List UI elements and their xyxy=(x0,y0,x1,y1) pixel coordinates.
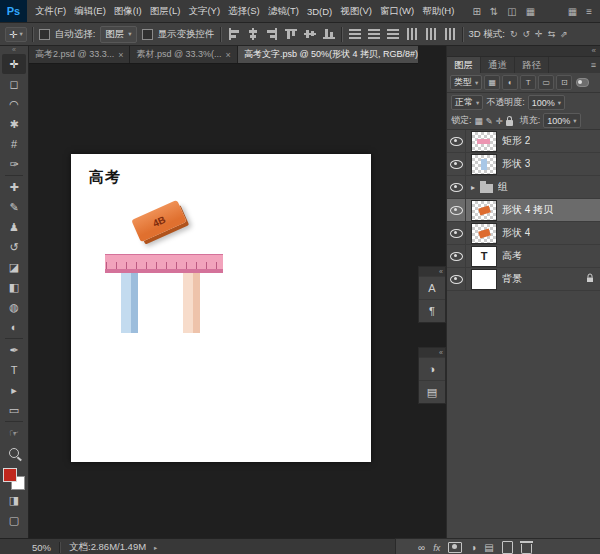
auto-select-checkbox[interactable] xyxy=(39,29,50,40)
grid-view-icon[interactable]: ▦ xyxy=(526,6,535,17)
arrange-documents-icon[interactable]: ⇅ xyxy=(490,6,498,17)
panel-menu-icon[interactable]: ≡ xyxy=(587,57,600,73)
layer-thumbnail[interactable] xyxy=(471,200,497,221)
character-panel-icon[interactable]: A xyxy=(419,276,445,299)
new-group-icon[interactable]: ▤ xyxy=(484,542,493,553)
blur-tool[interactable]: ◍ xyxy=(2,297,26,317)
visibility-toggle[interactable] xyxy=(447,199,466,221)
filter-adjustment-layers-icon[interactable]: ◐ xyxy=(502,75,518,90)
view-extras-icon[interactable]: ⊞ xyxy=(472,6,480,17)
distribute-horizontal-icon[interactable] xyxy=(405,27,419,41)
align-horizontal-centers-icon[interactable] xyxy=(246,27,260,41)
styles-panel-icon[interactable]: ▤ xyxy=(419,380,445,403)
visibility-toggle[interactable] xyxy=(447,268,466,290)
menu-3d[interactable]: 3D(D) xyxy=(303,6,336,17)
expand-panel-icon[interactable]: « xyxy=(419,267,445,276)
lock-pixels-icon[interactable]: ✎ xyxy=(486,116,493,126)
blend-mode-dropdown[interactable]: 正常 ▾ xyxy=(451,95,483,110)
crop-tool[interactable]: # xyxy=(2,134,26,154)
tab-paths[interactable]: 路径 xyxy=(515,57,549,73)
auto-select-target-dropdown[interactable]: 图层 ▾ xyxy=(100,26,136,43)
healing-brush-tool[interactable]: ✚ xyxy=(2,177,26,197)
delete-layer-icon[interactable] xyxy=(521,544,532,554)
zoom-level-field[interactable]: 50% xyxy=(32,542,51,553)
tab-layers[interactable]: 图层 xyxy=(447,57,481,73)
eraser-tool[interactable]: ◪ xyxy=(2,257,26,277)
gradient-tool[interactable]: ◧ xyxy=(2,277,26,297)
screen-layout-icon[interactable]: ◫ xyxy=(507,6,516,17)
status-options-icon[interactable]: ▸ xyxy=(154,544,157,552)
filter-toggle-switch[interactable] xyxy=(576,78,589,87)
distribute-right-icon[interactable] xyxy=(443,27,457,41)
opacity-dropdown[interactable]: 100% ▾ xyxy=(528,95,565,110)
path-selection-tool[interactable]: ▸ xyxy=(2,380,26,400)
align-left-edges-icon[interactable] xyxy=(227,27,241,41)
menu-type[interactable]: 文字(Y) xyxy=(184,5,224,18)
tools-collapse-icon[interactable]: « xyxy=(12,46,16,54)
align-vertical-centers-icon[interactable] xyxy=(303,27,317,41)
lock-transparency-icon[interactable]: ▦ xyxy=(475,116,483,126)
3d-rotate-icon[interactable]: ↻ xyxy=(510,29,518,39)
menu-layer[interactable]: 图层(L) xyxy=(146,5,185,18)
clone-stamp-tool[interactable]: ♟ xyxy=(2,217,26,237)
layer-group-row[interactable]: ▸ 组 xyxy=(447,176,600,199)
pen-tool[interactable]: ✒ xyxy=(2,340,26,360)
brush-tool[interactable]: ✎ xyxy=(2,197,26,217)
menu-filter[interactable]: 滤镜(T) xyxy=(264,5,303,18)
menu-select[interactable]: 选择(S) xyxy=(224,5,264,18)
shape-tool[interactable]: ▭ xyxy=(2,400,26,420)
adjustments-panel-icon[interactable]: ◑ xyxy=(419,357,445,380)
distribute-vertical-centers-icon[interactable] xyxy=(367,27,381,41)
tool-preset-picker[interactable]: ✛ ▾ xyxy=(5,27,27,42)
canvas-pasteboard[interactable]: 高考 4B xyxy=(29,64,418,538)
type-tool[interactable]: T xyxy=(2,360,26,380)
foreground-color-swatch[interactable] xyxy=(3,468,17,482)
3d-scale-icon[interactable]: ⇗ xyxy=(560,29,568,39)
background-thumbnail[interactable] xyxy=(471,269,497,290)
visibility-toggle[interactable] xyxy=(447,153,466,175)
menu-window[interactable]: 窗口(W) xyxy=(376,5,418,18)
filter-kind-dropdown[interactable]: 类型 ▾ xyxy=(450,75,482,90)
distribute-horizontal-centers-icon[interactable] xyxy=(424,27,438,41)
quick-mask-button[interactable]: ◨ xyxy=(2,490,26,510)
3d-roll-icon[interactable]: ↺ xyxy=(523,29,531,39)
filter-type-layers-icon[interactable]: T xyxy=(520,75,536,90)
document-tab-3-active[interactable]: 高考文字.psb @ 50%(形状 4 拷贝, RGB/8#) * × xyxy=(238,46,440,63)
menu-help[interactable]: 帮助(H) xyxy=(418,5,458,18)
dodge-tool[interactable]: ◐ xyxy=(2,317,26,337)
marquee-tool[interactable]: ◻ xyxy=(2,74,26,94)
hand-tool[interactable]: ☞ xyxy=(2,423,26,443)
layer-row[interactable]: 形状 4 xyxy=(447,222,600,245)
screen-mode-button[interactable]: ▢ xyxy=(2,510,26,530)
menu-view[interactable]: 视图(V) xyxy=(336,5,376,18)
distribute-vertical-icon[interactable] xyxy=(348,27,362,41)
layer-row[interactable]: 矩形 2 xyxy=(447,130,600,153)
align-top-edges-icon[interactable] xyxy=(284,27,298,41)
expand-group-icon[interactable]: ▸ xyxy=(471,183,475,192)
menu-image[interactable]: 图像(I) xyxy=(110,5,146,18)
show-transform-checkbox[interactable] xyxy=(142,29,153,40)
close-icon[interactable]: × xyxy=(118,50,123,60)
document-tab-1[interactable]: 高考2.psd @ 33.3... × xyxy=(29,46,130,63)
menu-edit[interactable]: 编辑(E) xyxy=(70,5,110,18)
photoshop-logo[interactable]: Ps xyxy=(0,0,27,22)
lock-all-icon[interactable] xyxy=(506,120,513,126)
zoom-tool[interactable] xyxy=(2,443,26,463)
align-bottom-edges-icon[interactable] xyxy=(322,27,336,41)
artboard[interactable]: 高考 4B xyxy=(71,154,371,462)
background-layer-row[interactable]: 背景 xyxy=(447,268,600,291)
visibility-toggle[interactable] xyxy=(447,245,466,267)
quick-selection-tool[interactable]: ✱ xyxy=(2,114,26,134)
filter-shape-layers-icon[interactable]: ▭ xyxy=(538,75,554,90)
layer-thumbnail[interactable] xyxy=(471,131,497,152)
tab-channels[interactable]: 通道 xyxy=(481,57,515,73)
lasso-tool[interactable]: ◠ xyxy=(2,94,26,114)
paragraph-panel-icon[interactable]: ¶ xyxy=(419,299,445,322)
visibility-toggle[interactable] xyxy=(447,130,466,152)
3d-slide-icon[interactable]: ⇆ xyxy=(548,29,556,39)
text-layer-thumbnail[interactable]: T xyxy=(471,246,497,267)
layer-row-selected[interactable]: 形状 4 拷贝 xyxy=(447,199,600,222)
layer-thumbnail[interactable] xyxy=(471,154,497,175)
expand-panel-icon[interactable]: « xyxy=(419,348,445,357)
fill-dropdown[interactable]: 100% ▾ xyxy=(543,113,580,128)
